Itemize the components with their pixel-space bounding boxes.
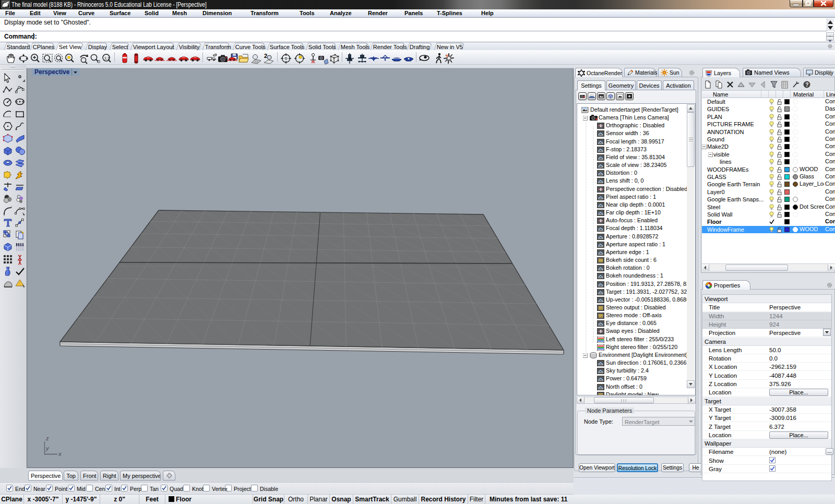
svg-text:?: ? — [805, 82, 808, 88]
svg-text:1:1: 1:1 — [104, 56, 110, 61]
svg-text:2: 2 — [264, 53, 267, 59]
svg-text:x: x — [58, 451, 62, 457]
svg-text:z: z — [45, 435, 49, 441]
svg-text:y: y — [45, 445, 50, 451]
